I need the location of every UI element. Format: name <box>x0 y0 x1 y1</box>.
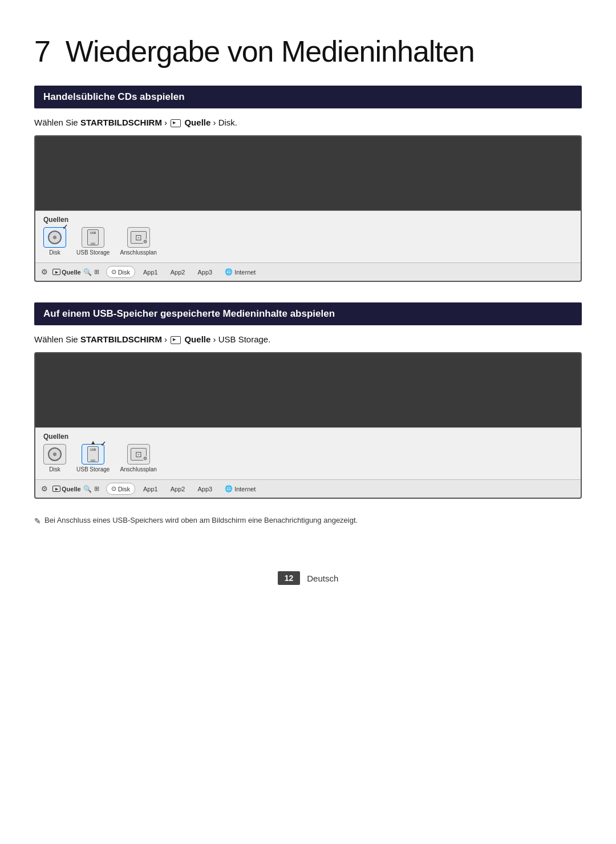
disk-tab-icon-2: ⊙ <box>111 485 116 492</box>
source-item-anschluss-2[interactable]: ⊡ ⚙ Anschlussplan <box>120 444 156 473</box>
nav-quelle-label-2: Quelle <box>62 486 81 492</box>
nav-source-icon-1: ▶ <box>52 269 60 275</box>
disk-label-2: Disk <box>49 466 60 473</box>
nav-tab-app2-2[interactable]: App2 <box>166 484 190 494</box>
section2-instruction: Wählen Sie STARTBILDSCHIRM › Quelle › US… <box>34 334 582 344</box>
app1-tab-label-1: App1 <box>143 269 158 276</box>
anschluss-visual-2: ⊡ ⚙ <box>131 448 147 461</box>
search-icon-2[interactable]: 🔍 <box>83 485 92 493</box>
tv-sources-bar-1: Quellen ✓ Disk USB Storage <box>35 211 581 263</box>
page-language: Deutsch <box>307 574 338 583</box>
tv-sources-items-2: Disk ▲ ✓ USB Storage ⊡ ⚙ <box>43 444 573 476</box>
source-icon-inline-1 <box>171 119 181 127</box>
anschluss-small-2: ⚙ <box>143 456 147 461</box>
anschluss-icon-2: ⊡ ⚙ <box>127 444 150 465</box>
disk-icon-1: ✓ <box>43 227 66 248</box>
nav-tab-app3-2[interactable]: App3 <box>193 484 217 494</box>
source-item-anschluss-1[interactable]: ⊡ ⚙ Anschlussplan <box>120 227 156 256</box>
nav-tab-app1-1[interactable]: App1 <box>139 267 163 277</box>
nav-tab-app1-2[interactable]: App1 <box>139 484 163 494</box>
nav-source-btn-2[interactable]: ▶ Quelle <box>52 486 81 492</box>
nav-icons-left-2: ⚙ ▶ Quelle 🔍 ⊞ <box>41 484 99 494</box>
anschluss-gear-2: ⊡ <box>135 450 142 459</box>
nav-icons-left-1: ⚙ ▶ Quelle 🔍 ⊞ <box>41 268 99 277</box>
gear-icon-1: ⚙ <box>41 268 50 277</box>
disk-visual-1 <box>48 231 62 244</box>
tv-screen-1: Quellen ✓ Disk USB Storage <box>34 135 582 282</box>
page-number: 12 <box>278 571 301 585</box>
usb-visual-2 <box>87 446 99 462</box>
section2-header: Auf einem USB-Speicher gespeicherte Medi… <box>34 302 582 325</box>
source-item-disk-1[interactable]: ✓ Disk <box>43 227 66 256</box>
page-title: 7 Wiedergabe von Medieninhalten <box>34 34 582 68</box>
disk-tab-icon-1: ⊙ <box>111 268 116 276</box>
tv-nav-bar-1: ⚙ ▶ Quelle 🔍 ⊞ ⊙ Disk App1 App2 App3 <box>35 263 581 281</box>
app1-tab-label-2: App1 <box>143 486 158 492</box>
anschluss-label-1: Anschlussplan <box>120 249 156 256</box>
nav-tab-app2-1[interactable]: App2 <box>166 267 190 277</box>
note-content: Bei Anschluss eines USB-Speichers wird o… <box>44 516 358 524</box>
nav-tab-disk-1[interactable]: ⊙ Disk <box>106 266 135 278</box>
usb-visual-1 <box>87 229 99 245</box>
app2-tab-label-1: App2 <box>171 269 185 276</box>
source-item-usb-2[interactable]: ▲ ✓ USB Storage <box>76 444 110 473</box>
check-mark-2: ✓ <box>100 440 106 448</box>
sources-label-1: Quellen <box>43 216 573 224</box>
disk-label-1: Disk <box>49 249 60 256</box>
internet-icon-2: 🌐 <box>225 485 233 492</box>
tv-screen-2: Quellen Disk ▲ ✓ USB Storage <box>34 352 582 499</box>
anschluss-icon-1: ⊡ ⚙ <box>127 227 150 248</box>
section1-instruction: Wählen Sie STARTBILDSCHIRM › Quelle › Di… <box>34 118 582 127</box>
disk-tab-label-1: Disk <box>118 269 130 276</box>
grid-icon-1[interactable]: ⊞ <box>94 268 99 276</box>
tv-sources-bar-2: Quellen Disk ▲ ✓ USB Storage <box>35 427 581 479</box>
anschluss-gear-1: ⊡ <box>135 233 142 242</box>
usb-icon-2: ▲ ✓ <box>82 444 104 465</box>
app3-tab-label-2: App3 <box>197 486 212 492</box>
nav-tab-internet-2[interactable]: 🌐 Internet <box>220 483 260 494</box>
internet-tab-label-2: Internet <box>234 486 256 492</box>
internet-tab-label-1: Internet <box>234 269 256 276</box>
nav-source-icon-2: ▶ <box>52 486 60 492</box>
nav-source-btn-1[interactable]: ▶ Quelle <box>52 269 81 276</box>
tv-content-area-1 <box>35 136 581 211</box>
source-icon-inline-2 <box>171 336 181 344</box>
tv-content-area-2 <box>35 353 581 427</box>
section1-header: Handelsübliche CDs abspielen <box>34 86 582 108</box>
app3-tab-label-1: App3 <box>197 269 212 276</box>
page-footer: 12 Deutsch <box>34 571 582 585</box>
tv-nav-bar-2: ⚙ ▶ Quelle 🔍 ⊞ ⊙ Disk App1 App2 App3 <box>35 479 581 498</box>
sources-label-2: Quellen <box>43 433 573 441</box>
anschluss-label-2: Anschlussplan <box>120 466 156 473</box>
tv-sources-items-1: ✓ Disk USB Storage ⊡ <box>43 227 573 259</box>
note-text: ✎ Bei Anschluss eines USB-Speichers wird… <box>34 516 582 526</box>
usb-label-2: USB Storage <box>76 466 110 473</box>
check-mark-1: ✓ <box>62 223 68 231</box>
usb-icon-1 <box>82 227 104 248</box>
nav-tab-app3-1[interactable]: App3 <box>193 267 217 277</box>
anschluss-visual-1: ⊡ ⚙ <box>131 231 147 244</box>
disk-icon-2 <box>43 444 66 465</box>
grid-icon-2[interactable]: ⊞ <box>94 485 99 492</box>
search-icon-1[interactable]: 🔍 <box>83 268 92 276</box>
note-icon: ✎ <box>34 516 41 526</box>
nav-tab-internet-1[interactable]: 🌐 Internet <box>220 266 260 277</box>
up-arrow-2: ▲ <box>90 439 96 446</box>
internet-icon-1: 🌐 <box>225 268 233 276</box>
source-item-disk-2[interactable]: Disk <box>43 444 66 473</box>
disk-visual-2 <box>48 447 62 461</box>
source-item-usb-1[interactable]: USB Storage <box>76 227 110 256</box>
anschluss-small-1: ⚙ <box>143 239 147 244</box>
section-cd: Handelsübliche CDs abspielen Wählen Sie … <box>34 86 582 282</box>
usb-label-1: USB Storage <box>76 249 110 256</box>
disk-tab-label-2: Disk <box>118 486 130 492</box>
app2-tab-label-2: App2 <box>171 486 185 492</box>
nav-quelle-label-1: Quelle <box>62 269 81 276</box>
nav-tab-disk-2[interactable]: ⊙ Disk <box>106 483 135 495</box>
section-usb: Auf einem USB-Speicher gespeicherte Medi… <box>34 302 582 526</box>
gear-icon-2: ⚙ <box>41 484 50 494</box>
